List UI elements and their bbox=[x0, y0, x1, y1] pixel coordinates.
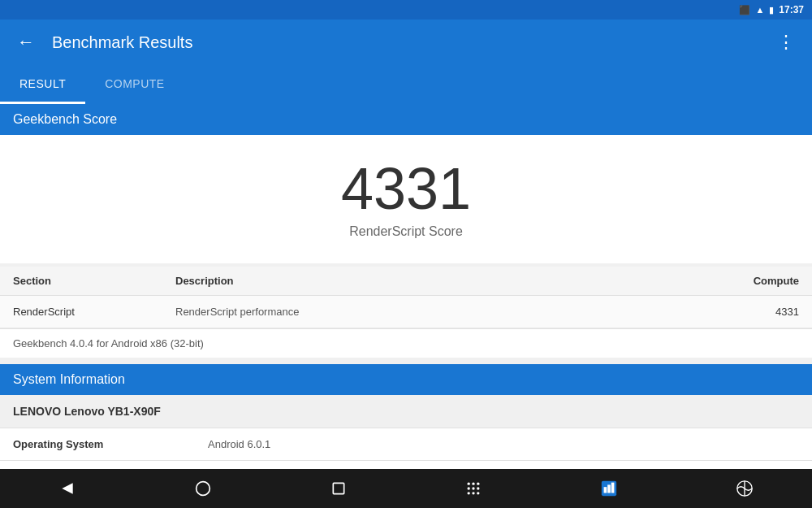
app-title: Benchmark Results bbox=[52, 33, 760, 52]
geekbench-score-group: Geekbench Score 4331 RenderScript Score … bbox=[0, 104, 812, 358]
svg-point-9 bbox=[468, 492, 470, 494]
info-value-os: Android 6.0.1 bbox=[208, 438, 799, 450]
home-nav-button[interactable] bbox=[184, 469, 222, 508]
svg-rect-2 bbox=[333, 483, 343, 493]
status-time: 17:37 bbox=[779, 4, 804, 15]
benchmark-nav-button[interactable] bbox=[590, 469, 628, 508]
svg-rect-15 bbox=[611, 483, 615, 493]
svg-rect-13 bbox=[604, 487, 607, 493]
svg-point-8 bbox=[477, 487, 479, 489]
wifi-icon: ▲ bbox=[755, 5, 764, 15]
tab-result[interactable]: RESULT bbox=[0, 65, 85, 104]
results-table: Section Description Compute RenderScript… bbox=[0, 267, 812, 358]
back-nav-button[interactable] bbox=[48, 469, 87, 508]
col-header-description: Description bbox=[175, 275, 718, 287]
device-name: LENOVO Lenovo YB1-X90F bbox=[0, 395, 812, 428]
svg-point-10 bbox=[473, 492, 475, 494]
apps-nav-button[interactable] bbox=[454, 469, 493, 508]
svg-point-6 bbox=[468, 487, 470, 489]
score-value: 4331 bbox=[341, 159, 471, 218]
system-info-header: System Information bbox=[0, 364, 812, 395]
svg-point-1 bbox=[197, 482, 210, 496]
battery-icon: ▮ bbox=[769, 5, 774, 15]
overflow-icon: ⋮ bbox=[777, 32, 795, 53]
system-information-group: System Information LENOVO Lenovo YB1-X90… bbox=[0, 364, 812, 469]
svg-point-7 bbox=[473, 487, 475, 489]
svg-point-5 bbox=[477, 483, 479, 485]
tabs: RESULT COMPUTE bbox=[0, 65, 812, 104]
table-row: RenderScript RenderScript performance 43… bbox=[0, 296, 812, 328]
screenshot-icon: ⬛ bbox=[739, 5, 750, 15]
svg-point-3 bbox=[468, 483, 470, 485]
overflow-menu-button[interactable]: ⋮ bbox=[773, 29, 799, 55]
recent-nav-button[interactable] bbox=[319, 469, 358, 508]
back-icon: ← bbox=[17, 32, 35, 53]
svg-point-11 bbox=[477, 492, 479, 494]
row-compute: 4331 bbox=[718, 306, 799, 318]
col-header-compute: Compute bbox=[718, 275, 799, 287]
back-button[interactable]: ← bbox=[13, 29, 39, 55]
score-section: 4331 RenderScript Score bbox=[0, 135, 812, 263]
status-bar: ⬛ ▲ ▮ 17:37 bbox=[0, 0, 812, 20]
svg-point-4 bbox=[473, 483, 475, 485]
info-row-build: Build YB1-X90F_USR_S000239_1612091428_WW… bbox=[0, 461, 812, 469]
col-header-section: Section bbox=[13, 275, 175, 287]
table-header: Section Description Compute bbox=[0, 267, 812, 296]
tab-compute[interactable]: COMPUTE bbox=[85, 65, 184, 104]
nav-bar bbox=[0, 469, 812, 508]
row-section: RenderScript bbox=[13, 306, 175, 318]
info-row-os: Operating System Android 6.0.1 bbox=[0, 428, 812, 461]
svg-rect-14 bbox=[607, 484, 611, 493]
geekbench-score-header: Geekbench Score bbox=[0, 104, 812, 135]
app-bar: ← Benchmark Results ⋮ bbox=[0, 20, 812, 65]
svg-marker-0 bbox=[63, 483, 73, 493]
footer-note: Geekbench 4.0.4 for Android x86 (32-bit) bbox=[0, 328, 812, 358]
row-description: RenderScript performance bbox=[175, 306, 718, 318]
info-label-os: Operating System bbox=[13, 438, 208, 450]
main-content: Geekbench Score 4331 RenderScript Score … bbox=[0, 104, 812, 469]
settings-nav-button[interactable] bbox=[725, 469, 764, 508]
score-label: RenderScript Score bbox=[349, 224, 463, 239]
